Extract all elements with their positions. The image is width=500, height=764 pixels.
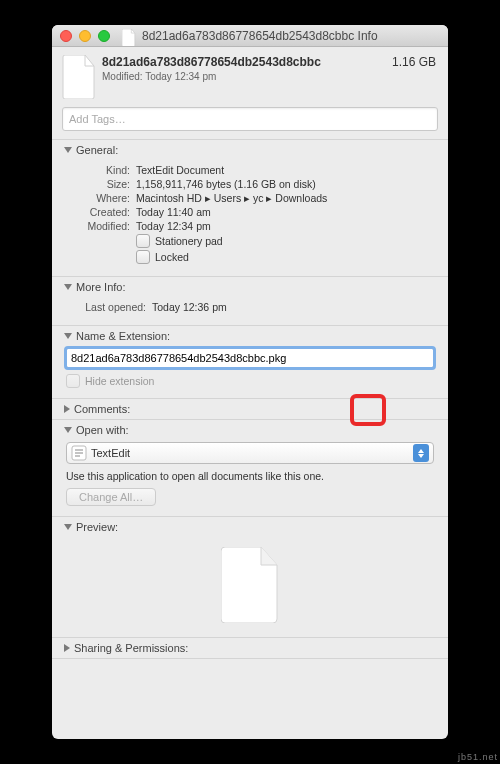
disclosure-triangle-icon xyxy=(64,405,70,413)
preview-body xyxy=(52,537,448,637)
disclosure-triangle-icon xyxy=(64,284,72,290)
filename-input[interactable] xyxy=(66,348,434,368)
textedit-app-icon xyxy=(71,445,87,461)
hide-extension-checkbox xyxy=(66,374,80,388)
preview-document-icon xyxy=(221,547,279,623)
disclosure-triangle-icon xyxy=(64,333,72,339)
titlebar-document-icon xyxy=(122,29,136,43)
disclosure-triangle-icon xyxy=(64,524,72,530)
modified-label: Modified: Today 12:34 pm xyxy=(102,71,388,82)
section-sharing[interactable]: Sharing & Permissions: xyxy=(52,637,448,659)
file-size: 1.16 GB xyxy=(392,55,436,99)
disclosure-triangle-icon xyxy=(64,644,70,652)
tags-input[interactable] xyxy=(62,107,438,131)
open-with-description: Use this application to open all documen… xyxy=(66,470,434,482)
close-button[interactable] xyxy=(60,30,72,42)
zoom-button[interactable] xyxy=(98,30,110,42)
stationery-checkbox[interactable] xyxy=(136,234,150,248)
window-title: 8d21ad6a783d86778654db2543d8cbbc Info xyxy=(142,29,440,43)
file-name: 8d21ad6a783d86778654db2543d8cbbc xyxy=(102,55,388,69)
locked-checkbox[interactable] xyxy=(136,250,150,264)
disclosure-triangle-icon xyxy=(64,427,72,433)
open-with-body: TextEdit Use this application to open al… xyxy=(52,440,448,516)
section-more-info[interactable]: More Info: xyxy=(52,276,448,297)
open-with-select[interactable]: TextEdit xyxy=(66,442,434,464)
tags-field[interactable] xyxy=(62,107,438,131)
section-open-with[interactable]: Open with: xyxy=(52,419,448,440)
select-arrows-icon xyxy=(413,444,429,462)
modified-value: Today 12:34 pm xyxy=(136,220,434,232)
section-preview[interactable]: Preview: xyxy=(52,516,448,537)
created-value: Today 11:40 am xyxy=(136,206,434,218)
section-general[interactable]: General: xyxy=(52,139,448,160)
where-value: Macintosh HD ▸ Users ▸ yc ▸ Downloads xyxy=(136,192,434,204)
name-ext-body: Hide extension xyxy=(52,346,448,398)
disclosure-triangle-icon xyxy=(64,147,72,153)
more-info-body: Last opened:Today 12:36 pm xyxy=(52,297,448,325)
header: 8d21ad6a783d86778654db2543d8cbbc Modifie… xyxy=(52,47,448,107)
minimize-button[interactable] xyxy=(79,30,91,42)
last-opened-value: Today 12:36 pm xyxy=(152,301,434,313)
document-icon xyxy=(62,55,96,99)
section-comments[interactable]: Comments: xyxy=(52,398,448,419)
info-window: 8d21ad6a783d86778654db2543d8cbbc Info 8d… xyxy=(52,25,448,739)
kind-value: TextEdit Document xyxy=(136,164,434,176)
watermark: jb51.net xyxy=(458,752,498,762)
change-all-button: Change All… xyxy=(66,488,156,506)
titlebar[interactable]: 8d21ad6a783d86778654db2543d8cbbc Info xyxy=(52,25,448,47)
section-name-extension[interactable]: Name & Extension: xyxy=(52,325,448,346)
general-body: Kind:TextEdit Document Size:1,158,911,74… xyxy=(52,160,448,276)
size-value: 1,158,911,746 bytes (1.16 GB on disk) xyxy=(136,178,434,190)
